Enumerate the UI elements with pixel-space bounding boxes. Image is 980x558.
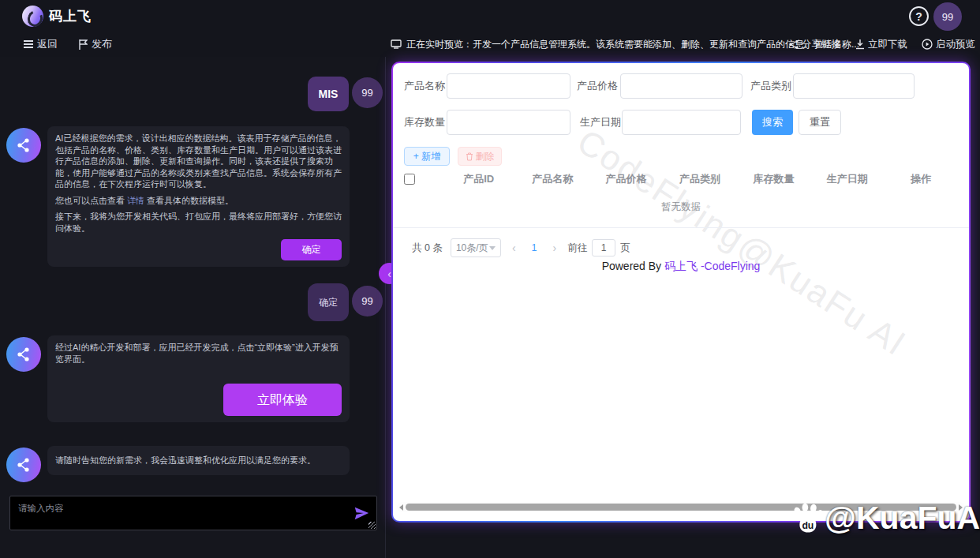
- credits-badge[interactable]: 99: [933, 2, 962, 31]
- column-header: 库存数量: [737, 172, 810, 186]
- select-all-checkbox-cell: [404, 174, 442, 185]
- ai-avatar: [6, 448, 41, 482]
- ai-share-icon: [16, 137, 32, 153]
- preview-frame: CodeFlying@KuaFu AI 产品名称 产品价格 产品类别 库存数量 …: [391, 62, 971, 522]
- detail-link[interactable]: 详情: [127, 196, 144, 205]
- flag-icon: [79, 39, 88, 50]
- app-title: 码上飞: [49, 7, 92, 25]
- prev-page-button[interactable]: ‹: [509, 242, 519, 254]
- message-paragraph: 接下来，我将为您开发相关代码、打包应用，最终将应用部署好，方便您访问体验。: [55, 211, 342, 234]
- codeflying-link[interactable]: 码上飞 -CodeFlying: [664, 260, 760, 272]
- field-label: 产品价格: [577, 73, 618, 99]
- share-icon: [789, 39, 799, 50]
- svg-text:du: du: [802, 520, 814, 531]
- column-header: 生产日期: [810, 172, 884, 186]
- chip-badge[interactable]: 99: [352, 77, 383, 108]
- ai-avatar: [6, 337, 41, 372]
- chat-input[interactable]: [10, 496, 376, 530]
- back-icon: [24, 40, 33, 48]
- ai-message: 经过AI的精心开发和部署，应用已经开发完成，点击“立即体验”进入开发预览界面。 …: [47, 335, 350, 422]
- chevron-down-icon: [489, 246, 496, 250]
- monitor-icon: [391, 39, 402, 49]
- scroll-left-icon[interactable]: [399, 504, 403, 511]
- share-link-button[interactable]: 分享链接: [789, 38, 841, 51]
- confirm-button[interactable]: 确定: [281, 239, 342, 260]
- play-circle-icon: [922, 39, 933, 50]
- codeflying-workspace: 码上飞 ? 99 返回 发布 正在实时预览：开发一个产品信息管理系统。该系统需要…: [0, 0, 980, 558]
- toolbar: 返回 发布 正在实时预览：开发一个产品信息管理系统。该系统需要能添加、删除、更新…: [0, 32, 980, 57]
- ai-avatar: [6, 128, 41, 163]
- app-preview: CodeFlying@KuaFu AI 产品名称 产品价格 产品类别 库存数量 …: [393, 63, 969, 521]
- help-icon[interactable]: ?: [909, 6, 929, 26]
- launch-preview-button[interactable]: 启动预览: [922, 38, 975, 51]
- page-number[interactable]: 1: [527, 242, 542, 253]
- product-category-input[interactable]: [793, 73, 915, 99]
- baidu-paw-icon: du: [791, 501, 824, 536]
- ai-message: AI已经根据您的需求，设计出相应的数据结构。该表用于存储产品的信息，包括产品的名…: [47, 126, 350, 267]
- powered-by: Powered By 码上飞 -CodeFlying: [393, 260, 969, 274]
- column-header: 操作: [885, 172, 958, 186]
- user-chip-confirm[interactable]: 确定: [308, 283, 349, 321]
- send-button[interactable]: [353, 505, 370, 522]
- back-button[interactable]: 返回: [24, 32, 58, 57]
- stock-quantity-input[interactable]: [447, 110, 570, 135]
- product-price-input[interactable]: [620, 73, 742, 99]
- reset-button[interactable]: 重置: [799, 110, 841, 135]
- experience-now-button[interactable]: 立即体验: [223, 384, 342, 416]
- message-paragraph: 请随时告知您的新需求，我会迅速调整和优化应用以满足您的要求。: [55, 455, 342, 466]
- preview-actions: 分享链接 立即下载 启动预览: [789, 32, 975, 57]
- column-header: 产品类别: [663, 172, 736, 186]
- resize-grip-icon[interactable]: [368, 522, 376, 529]
- add-button[interactable]: + 新增: [404, 147, 450, 166]
- table-header-row: 产品ID 产品名称 产品价格 产品类别 库存数量 生产日期 操作: [393, 168, 969, 190]
- product-name-input[interactable]: [447, 73, 570, 99]
- message-paragraph: 您也可以点击查看 详情 查看具体的数据模型。: [55, 195, 342, 207]
- message-paragraph: AI已经根据您的需求，设计出相应的数据结构。该表用于存储产品的信息，包括产品的名…: [55, 133, 342, 190]
- goto-page: 前往 页: [567, 239, 630, 257]
- field-label: 产品名称: [404, 73, 445, 99]
- paper-plane-icon: [353, 505, 370, 522]
- column-header: 产品名称: [515, 172, 589, 186]
- search-button[interactable]: 搜索: [752, 110, 793, 135]
- column-header: 产品ID: [442, 172, 515, 186]
- download-button[interactable]: 立即下载: [855, 38, 907, 51]
- app-logo-icon: [22, 6, 43, 27]
- chat-input-container: [9, 496, 377, 530]
- ai-share-icon: [16, 346, 32, 362]
- pagination: 共 0 条 10条/页 ‹ 1 › 前往 页: [412, 238, 630, 258]
- ai-message: 请随时告知您的新需求，我会迅速调整和优化应用以满足您的要求。: [47, 446, 350, 475]
- production-date-input[interactable]: [622, 110, 741, 135]
- delete-button[interactable]: 删除: [458, 147, 502, 166]
- field-label: 生产日期: [580, 110, 621, 135]
- field-label: 库存数量: [404, 110, 445, 135]
- total-count: 共 0 条: [412, 242, 443, 255]
- page-size-select[interactable]: 10条/页: [451, 238, 501, 257]
- chat-panel: MIS 99 AI已经根据您的需求，设计出相应的数据结构。该表用于存储产品的信息…: [0, 57, 386, 558]
- ai-share-icon: [16, 457, 32, 473]
- kuafu-watermark-text: @KuaFuAI: [825, 500, 980, 536]
- divider: [393, 227, 969, 228]
- goto-page-input[interactable]: [592, 239, 615, 257]
- publish-button[interactable]: 发布: [79, 32, 112, 57]
- column-header: 产品价格: [589, 172, 663, 186]
- chip-badge[interactable]: 99: [352, 286, 383, 316]
- top-header: 码上飞 ? 99: [0, 0, 980, 32]
- next-page-button[interactable]: ›: [550, 242, 560, 254]
- kuafu-watermark: du @KuaFuAI: [791, 500, 980, 536]
- select-all-checkbox[interactable]: [404, 174, 415, 185]
- download-icon: [855, 39, 865, 50]
- message-paragraph: 经过AI的精心开发和部署，应用已经开发完成，点击“立即体验”进入开发预览界面。: [55, 342, 342, 365]
- empty-state: 暂无数据: [393, 200, 969, 214]
- trash-icon: [466, 152, 473, 161]
- field-label: 产品类别: [750, 73, 791, 99]
- user-chip-mis[interactable]: MIS: [308, 77, 349, 111]
